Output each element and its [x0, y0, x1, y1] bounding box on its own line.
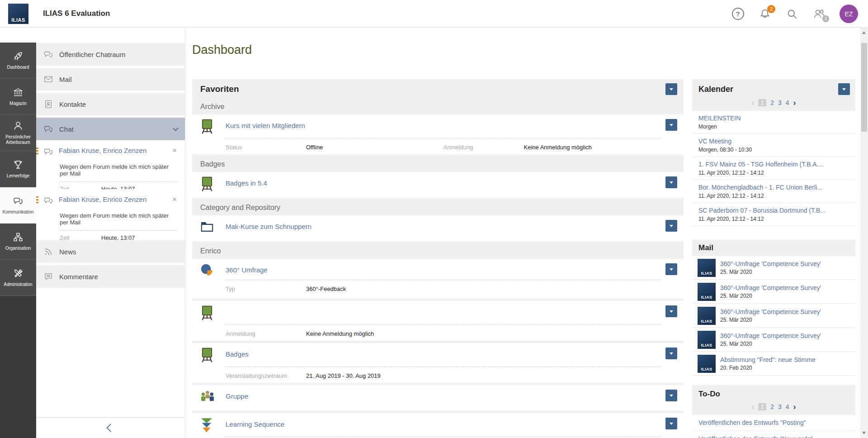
- todo-pagination: ‹ 1 2 3 4 ›: [692, 403, 855, 415]
- collapse-panel-button[interactable]: [36, 417, 185, 438]
- chat-entry-title[interactable]: Fabian Kruse, Enrico Zenzen: [59, 147, 166, 154]
- chat-bubbles-icon: [43, 124, 53, 134]
- panel-item-label: Mail: [59, 76, 72, 83]
- pagination-next-icon[interactable]: ›: [793, 100, 796, 105]
- object-link[interactable]: Badges in 5.4: [226, 179, 267, 187]
- chat-entry: Fabian Kruse, Enrico Zenzen × Wegen dem …: [36, 189, 185, 238]
- mail-link[interactable]: 360°-Umfrage 'Competence Survey': [720, 308, 821, 315]
- nav-item-administration[interactable]: Administration: [0, 260, 36, 296]
- row-actions-dropdown[interactable]: [665, 176, 677, 188]
- property-label: Typ: [226, 286, 306, 292]
- mail-link[interactable]: 360°-Umfrage 'Competence Survey': [720, 260, 821, 267]
- chat-entry: Fabian Kruse, Enrico Zenzen × Wegen dem …: [36, 140, 185, 189]
- folder-icon: [200, 220, 215, 233]
- panel-item-label: Öffentlicher Chatraum: [59, 51, 125, 58]
- calendar-actions-dropdown[interactable]: [838, 83, 850, 95]
- event-link[interactable]: VC Meeting: [698, 138, 849, 145]
- object-link[interactable]: Gruppe: [226, 392, 248, 400]
- ilias-logo[interactable]: ILIAS: [8, 4, 28, 24]
- pagination-page-3[interactable]: 3: [778, 99, 782, 106]
- pagination-page-2[interactable]: 2: [770, 403, 774, 410]
- nav-item-dashboard[interactable]: Dashboard: [0, 43, 36, 79]
- new-message-indicator: [36, 148, 38, 155]
- chat-entry-message: Wegen dem Forum melde ich mich später pe…: [60, 163, 178, 177]
- pagination-page-3[interactable]: 3: [778, 403, 782, 410]
- ilias-avatar: ILIAS: [698, 355, 716, 373]
- todo-link[interactable]: Veröffentlichen des Entwurfs "Keywords": [692, 431, 855, 438]
- pagination-page-4[interactable]: 4: [786, 403, 789, 410]
- object-link[interactable]: Kurs mit vielen Mitgliedern: [226, 122, 305, 129]
- app-title: ILIAS 6 Evaluation: [43, 9, 110, 18]
- object-link[interactable]: Badges: [226, 350, 249, 358]
- caret-down-icon: [670, 268, 673, 271]
- event-time: 11. Apr 2020, 12:12 - 14:12: [698, 170, 849, 176]
- close-icon[interactable]: ×: [171, 195, 178, 203]
- nav-item-persoenlicher-arbeitsraum[interactable]: Persönlicher Arbeitsraum: [0, 115, 36, 151]
- todo-link[interactable]: Veröffentlichen des Entwurfs "Posting": [692, 415, 855, 431]
- panel-item-oeffentlicher-chatraum[interactable]: Öffentlicher Chatraum: [36, 43, 185, 66]
- page-title: Dashboard: [192, 43, 692, 57]
- ilias-avatar: ILIAS: [698, 331, 716, 349]
- divider: [226, 367, 661, 367]
- row-actions-dropdown[interactable]: [665, 220, 677, 232]
- header-actions: ? 2 3 EZ: [731, 0, 858, 28]
- pagination-prev-icon[interactable]: ‹: [751, 404, 754, 409]
- chat-bubbles-icon: [43, 49, 53, 59]
- property-label: Veranstaltungszeitraum: [226, 372, 306, 379]
- event-link[interactable]: 1. FSV Mainz 05 - TSG Hoffenheim (T.B.A.…: [698, 161, 849, 168]
- chevron-left-icon: [106, 424, 114, 432]
- pagination-page-1[interactable]: 1: [758, 403, 766, 410]
- row-actions-dropdown[interactable]: [665, 418, 677, 429]
- help-button[interactable]: ?: [731, 7, 745, 21]
- new-message-indicator: [36, 196, 38, 204]
- panel-item-chat[interactable]: Chat: [36, 118, 185, 140]
- panel-item-news[interactable]: News: [36, 240, 185, 263]
- pagination-page-4[interactable]: 4: [786, 99, 789, 106]
- pagination-page-1[interactable]: 1: [758, 99, 766, 106]
- object-link[interactable]: Mak-Kurse zum Schnuppern: [226, 223, 311, 230]
- object-link[interactable]: 360° Umfrage: [226, 266, 268, 274]
- mail-item: ILIAS 360°-Umfrage 'Competence Survey' 2…: [692, 304, 855, 328]
- row-actions-dropdown[interactable]: [665, 348, 677, 359]
- mail-date: 25. Mär 2020: [720, 317, 821, 323]
- course-icon: [200, 119, 215, 134]
- search-button[interactable]: [785, 7, 799, 21]
- chevron-down-icon: [173, 125, 179, 131]
- scroll-down-icon[interactable]: [862, 432, 866, 434]
- panel-item-kommentare[interactable]: Kommentare: [36, 265, 185, 288]
- panel-item-kontakte[interactable]: Kontakte: [36, 93, 185, 115]
- property-value: Offline: [306, 144, 323, 151]
- avatar[interactable]: EZ: [840, 5, 858, 23]
- mail-link[interactable]: 360°-Umfrage 'Competence Survey': [720, 332, 821, 339]
- chat-entry-title[interactable]: Fabian Kruse, Enrico Zenzen: [59, 195, 166, 203]
- close-icon[interactable]: ×: [171, 147, 178, 154]
- nav-item-kommunikation[interactable]: Kommunikation: [0, 187, 36, 224]
- pagination-page-2[interactable]: 2: [770, 99, 774, 106]
- event-link[interactable]: MEILENSTEIN: [698, 114, 849, 122]
- notifications-button[interactable]: 2: [758, 7, 772, 21]
- mail-link[interactable]: Abstimmung "Fred": neue Stimme: [720, 356, 816, 363]
- scroll-up-icon[interactable]: [862, 31, 866, 34]
- event-link[interactable]: SC Paderborn 07 - Borussia Dortmund (T.B…: [698, 207, 849, 214]
- event-link[interactable]: Bor. Mönchengladbach - 1. FC Union Berli…: [698, 184, 849, 191]
- scrollbar-thumb[interactable]: [861, 43, 867, 132]
- calendar-panel: Kalender ‹ 1 2 3 4 › MEILENSTEIN Morgen …: [692, 79, 855, 226]
- mail-link[interactable]: 360°-Umfrage 'Competence Survey': [720, 284, 821, 291]
- page-scrollbar[interactable]: [860, 28, 868, 438]
- row-actions-dropdown[interactable]: [665, 263, 677, 275]
- nav-item-magazin[interactable]: Magazin: [0, 79, 36, 115]
- row-actions-dropdown[interactable]: [665, 119, 677, 131]
- object-link[interactable]: Learning Sequence: [226, 420, 284, 428]
- nav-item-lernerfolge[interactable]: Lernerfolge: [0, 151, 36, 187]
- pagination-prev-icon[interactable]: ‹: [751, 100, 754, 105]
- ilias-avatar-text: ILIAS: [701, 343, 712, 349]
- favorites-actions-dropdown[interactable]: [665, 83, 677, 95]
- nav-item-organisation[interactable]: Organisation: [0, 224, 36, 260]
- row-actions-dropdown[interactable]: [665, 390, 677, 401]
- row-actions-dropdown[interactable]: [665, 305, 677, 317]
- pagination-next-icon[interactable]: ›: [793, 404, 796, 409]
- group-label-category: Category and Repository: [192, 200, 684, 215]
- panel-item-mail[interactable]: Mail: [36, 68, 185, 90]
- group-label-enrico: Enrico: [192, 243, 684, 259]
- online-users-button[interactable]: 3: [812, 7, 826, 21]
